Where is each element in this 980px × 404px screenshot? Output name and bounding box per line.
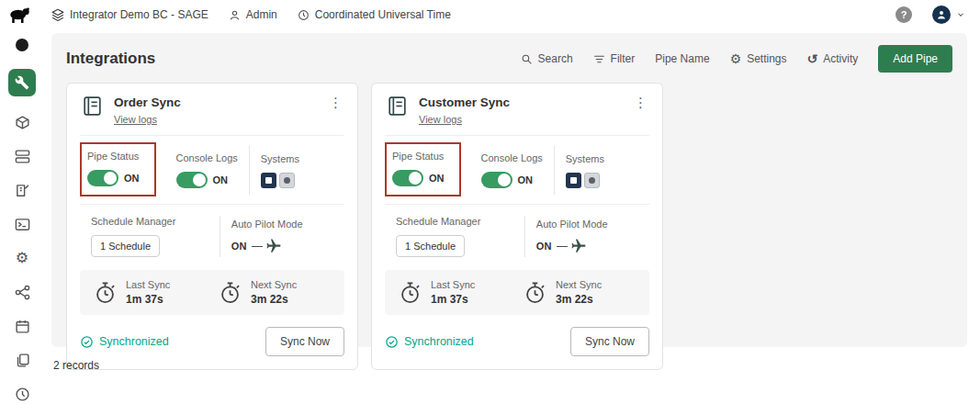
last-sync-value: 1m 37s: [431, 293, 475, 306]
tenant-selector[interactable]: Integrator Demo BC - SAGE: [51, 8, 208, 21]
filter-button[interactable]: Filter: [593, 52, 636, 65]
console-logs-state: ON: [213, 174, 229, 185]
sidebar-item-history[interactable]: [14, 386, 30, 402]
schedule-chip[interactable]: 1 Schedule: [396, 235, 465, 257]
pipe-status-state: ON: [124, 173, 140, 184]
schedule-chip[interactable]: 1 Schedule: [91, 235, 160, 257]
view-logs-link[interactable]: View logs: [114, 114, 157, 125]
plane-trail: [557, 246, 568, 247]
console-logs-toggle[interactable]: [481, 172, 513, 188]
user-role[interactable]: Admin: [229, 8, 277, 21]
business-central-icon[interactable]: [261, 173, 276, 188]
gear-icon: ⚙: [16, 251, 28, 265]
pipe-title: Order Sync: [114, 95, 181, 109]
card-header: Customer Sync View logs ⋮: [385, 95, 649, 136]
stopwatch-icon: [523, 280, 547, 305]
pipe-status-label: Pipe Status: [87, 151, 140, 162]
next-sync-label: Next Sync: [251, 279, 297, 290]
status-dot-icon[interactable]: [16, 39, 28, 51]
sync-times-box: Last Sync 1m 37s Next Sync 3m 22s: [385, 270, 649, 315]
console-logs-section: Console Logs ON: [165, 146, 249, 195]
help-button[interactable]: ?: [896, 6, 912, 23]
schedule-row: Schedule Manager 1 Schedule Auto Pilot M…: [80, 205, 344, 269]
activity-history-icon: ↺: [807, 52, 818, 65]
add-pipe-button[interactable]: Add Pipe: [878, 45, 952, 73]
view-logs-link[interactable]: View logs: [419, 114, 462, 125]
sidebar-item-settings[interactable]: ⚙: [14, 250, 30, 266]
schedule-manager-label: Schedule Manager: [91, 216, 208, 227]
sidebar-item-integrations-active[interactable]: [8, 69, 36, 96]
pipe-status-state: ON: [429, 173, 445, 184]
sync-times-box: Last Sync 1m 37s Next Sync 3m 22s: [80, 270, 344, 315]
person-icon: [229, 9, 241, 21]
auto-pilot-section: Auto Pilot Mode ON: [524, 216, 649, 257]
toolbar: Search Filter Pipe Name ⚙ Settings ↺ Act…: [521, 45, 952, 73]
avatar-person-icon: [936, 9, 947, 20]
tenant-name: Integrator Demo BC - SAGE: [70, 8, 208, 21]
journal-icon: [80, 95, 105, 118]
card-menu-button[interactable]: ⋮: [632, 95, 649, 111]
timezone-indicator[interactable]: Coordinated Universal Time: [298, 8, 451, 21]
sidebar-item-packages[interactable]: [14, 114, 30, 130]
search-button[interactable]: Search: [521, 52, 573, 65]
schedule-row: Schedule Manager 1 Schedule Auto Pilot M…: [385, 205, 649, 269]
sidebar-item-servers[interactable]: [14, 148, 30, 164]
activity-button[interactable]: ↺ Activity: [807, 52, 859, 65]
business-central-icon[interactable]: [566, 173, 581, 188]
search-icon: [521, 53, 533, 65]
package-icon: [15, 115, 30, 130]
sidebar-item-documents[interactable]: [14, 352, 30, 368]
sage-icon[interactable]: [279, 173, 295, 188]
page-title: Integrations: [66, 50, 155, 68]
status-row: Pipe Status ON Console Logs ON Systems: [385, 136, 649, 205]
sync-status: Synchronized: [80, 335, 169, 349]
next-sync: Next Sync 3m 22s: [517, 279, 642, 306]
airplane-icon: [265, 238, 282, 254]
profile-menu[interactable]: [932, 6, 965, 24]
sync-now-button[interactable]: Sync Now: [265, 327, 344, 356]
sidebar-item-logbook[interactable]: [14, 182, 30, 198]
auto-pilot-label: Auto Pilot Mode: [231, 219, 333, 230]
terminal-icon: [15, 217, 30, 232]
systems-label: Systems: [261, 153, 299, 164]
sidebar-item-console[interactable]: [14, 216, 30, 232]
bear-logo-icon: [7, 6, 31, 24]
last-sync: Last Sync 1m 37s: [392, 279, 517, 306]
console-logs-section: Console Logs ON: [470, 146, 554, 195]
pipe-card-customer-sync: Customer Sync View logs ⋮ Pipe Status ON…: [371, 83, 663, 370]
sidebar-item-calendar[interactable]: [14, 318, 30, 334]
chevron-down-icon: [956, 10, 965, 19]
sage-icon[interactable]: [584, 173, 600, 188]
logbook-pen-icon: [15, 183, 30, 198]
calendar-icon: [15, 319, 30, 334]
card-footer: Synchronized Sync Now: [385, 327, 649, 356]
pipe-status-toggle[interactable]: [392, 170, 423, 186]
workflow-icon: [15, 285, 30, 300]
wrench-icon: [15, 75, 29, 90]
app-logo[interactable]: [7, 6, 31, 24]
settings-button[interactable]: ⚙ Settings: [730, 52, 787, 65]
card-menu-button[interactable]: ⋮: [327, 95, 344, 111]
console-logs-label: Console Logs: [481, 152, 543, 163]
topbar: Integrator Demo BC - SAGE Admin Coordina…: [0, 0, 980, 29]
next-sync-label: Next Sync: [556, 279, 602, 290]
systems-section: Systems: [554, 146, 615, 195]
sidebar: ⚙: [0, 29, 44, 404]
console-logs-toggle[interactable]: [176, 172, 208, 188]
sync-status-label: Synchronized: [99, 335, 169, 348]
pipe-status-toggle[interactable]: [87, 170, 118, 186]
last-sync-value: 1m 37s: [126, 293, 170, 306]
next-sync-value: 3m 22s: [556, 293, 602, 306]
history-clock-icon: [15, 387, 30, 402]
pipe-title: Customer Sync: [419, 95, 510, 109]
card-header: Order Sync View logs ⋮: [80, 95, 344, 136]
console-logs-label: Console Logs: [176, 152, 238, 163]
auto-pilot-label: Auto Pilot Mode: [536, 219, 638, 230]
pipe-name-sort[interactable]: Pipe Name: [655, 52, 709, 65]
auto-pilot-section: Auto Pilot Mode ON: [220, 216, 344, 257]
integrations-panel: Integrations Search Filter Pipe Name ⚙ S…: [51, 33, 967, 347]
sidebar-item-workflow[interactable]: [14, 284, 30, 300]
sync-now-button[interactable]: Sync Now: [570, 327, 649, 356]
stopwatch-icon: [398, 280, 422, 305]
systems-section: Systems: [249, 146, 310, 195]
